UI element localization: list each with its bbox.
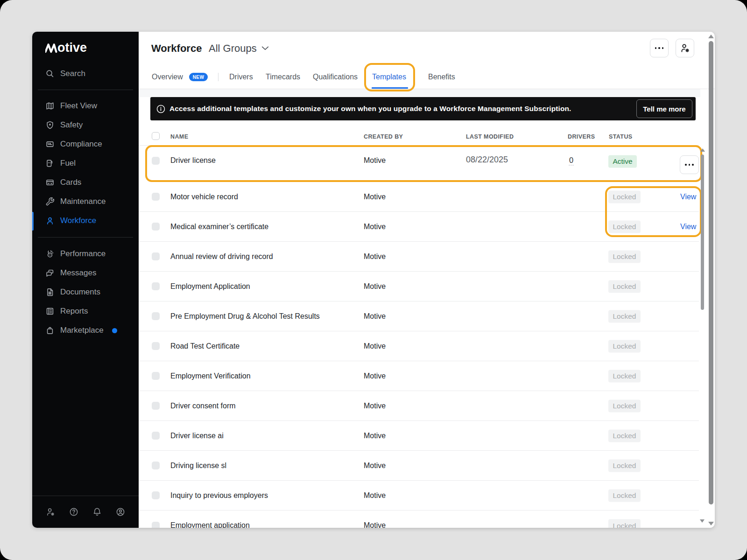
svg-text:otive: otive [57,41,87,53]
